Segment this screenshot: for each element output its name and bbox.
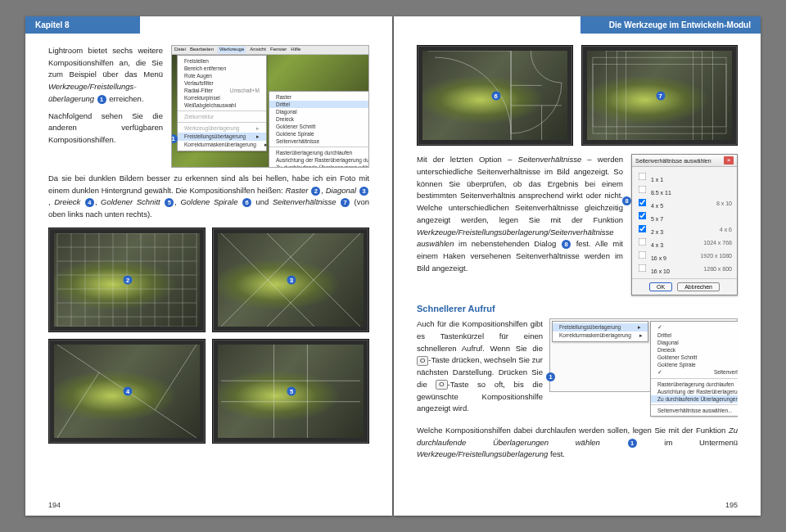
page-right: Die Werkzeuge im Entwickeln-Modul 6 7 Mi… <box>394 16 761 516</box>
thumb-diagonal: 3 <box>212 228 369 332</box>
section-header: Die Werkzeuge im Entwickeln-Modul <box>580 16 761 34</box>
subheading: Schnellerer Aufruf <box>417 304 738 313</box>
close-icon[interactable]: × <box>724 156 734 165</box>
screenshot-menu: DateiBearbeitenWerkzeugeAnsichtFensterHi… <box>171 45 369 168</box>
body-text: Lightroom bietet sechs weitere Kompositi… <box>48 45 163 106</box>
thumb-dreieck: 4 <box>48 339 206 444</box>
screenshot-submenu: Freistellungsüberlagerung▸ Korrekturmask… <box>549 318 738 392</box>
cancel-button[interactable]: Abbrechen <box>677 282 720 291</box>
body-text: Mit der letzten Option – Seitenverhältni… <box>417 154 623 274</box>
chapter-header: Kapitel 8 <box>25 16 140 34</box>
page-number: 195 <box>725 501 738 509</box>
page-left: Kapitel 8 Lightroom bietet sechs weitere… <box>25 16 392 516</box>
thumb-raster: 2 <box>48 228 206 332</box>
thumb-goldene-spirale: 6 <box>417 45 573 146</box>
thumb-goldener-schnitt: 5 <box>212 339 369 444</box>
ok-button[interactable]: OK <box>649 282 672 291</box>
body-text: Da sie bei dunklen Bildern besser zu erk… <box>48 173 369 221</box>
thumb-seitenverhaeltnisse: 7 <box>581 45 738 146</box>
page-number: 194 <box>48 501 61 509</box>
body-text: Nachfolgend sehen Sie die anderen verfüg… <box>48 110 163 147</box>
page-spread: Kapitel 8 Lightroom bietet sechs weitere… <box>25 16 761 516</box>
aspect-ratio-dialog: Seitenverhältnisse auswählen× 1 x 1 8.5 … <box>631 154 738 295</box>
body-text: Welche Kompositionshilfen dabei durchlau… <box>417 425 738 461</box>
